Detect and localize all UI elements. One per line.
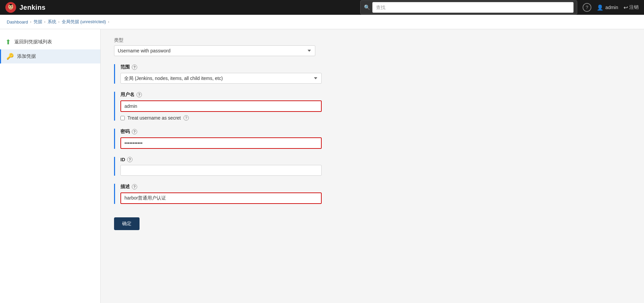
nav-right: 🔍 ? 👤 admin ↩ 注销 xyxy=(360,0,639,14)
up-arrow-icon: ⬆ xyxy=(5,38,11,46)
breadcrumb-item-dashboard[interactable]: Dashboard xyxy=(7,19,28,25)
treat-username-checkbox[interactable] xyxy=(120,116,125,120)
breadcrumb-item-global[interactable]: 全局凭据 (unrestricted) xyxy=(62,19,106,25)
sidebar-item-back[interactable]: ⬆ 返回到凭据域列表 xyxy=(0,35,100,49)
breadcrumb: Dashboard › 凭据 › 系统 › 全局凭据 (unrestricted… xyxy=(0,15,644,29)
search-icon: 🔍 xyxy=(364,4,370,10)
username-label: admin xyxy=(605,5,618,10)
logout-button[interactable]: ↩ 注销 xyxy=(624,4,639,11)
password-group: 密码 ? xyxy=(114,129,517,149)
question-icon: ? xyxy=(586,5,588,10)
username-group: 用户名 ? Treat username as secret ? xyxy=(114,92,517,121)
treat-username-help-icon[interactable]: ? xyxy=(183,115,189,121)
sidebar-item-add-credential[interactable]: 🔑 添加凭据 xyxy=(0,49,100,63)
username-input[interactable] xyxy=(120,100,322,112)
scope-select[interactable]: 全局 (Jenkins, nodes, items, all child ite… xyxy=(120,73,322,84)
user-icon: 👤 xyxy=(597,4,603,11)
top-navigation: Jenkins 🔍 ? 👤 admin ↩ 注销 xyxy=(0,0,644,15)
treat-username-label: Treat username as secret xyxy=(127,115,181,121)
id-group: ID ? xyxy=(114,157,517,176)
description-group: 描述 ? xyxy=(114,184,517,204)
sidebar-add-label: 添加凭据 xyxy=(17,53,36,59)
breadcrumb-item-credentials[interactable]: 凭据 xyxy=(34,19,42,25)
id-help-icon[interactable]: ? xyxy=(127,157,132,162)
app-title: Jenkins xyxy=(19,4,46,11)
user-menu[interactable]: 👤 admin xyxy=(597,4,618,11)
svg-point-2 xyxy=(9,6,10,7)
search-box[interactable]: 🔍 xyxy=(360,0,577,14)
logout-icon: ↩ xyxy=(624,4,628,11)
treat-username-row: Treat username as secret ? xyxy=(120,115,517,121)
username-label-row: 用户名 ? xyxy=(120,92,517,98)
id-label: ID xyxy=(120,157,125,162)
nav-left: Jenkins xyxy=(5,2,46,13)
description-help-icon[interactable]: ? xyxy=(132,184,137,189)
scope-label-row: 范围 ? xyxy=(120,64,517,70)
logout-label: 注销 xyxy=(629,4,639,10)
id-input[interactable] xyxy=(120,165,322,176)
username-label: 用户名 xyxy=(120,92,135,98)
type-group: 类型 Username with password SSH Username w… xyxy=(114,37,517,56)
main-content: 类型 Username with password SSH Username w… xyxy=(101,29,644,303)
svg-point-3 xyxy=(11,6,12,7)
breadcrumb-sep-1: › xyxy=(30,19,32,24)
form-container: 类型 Username with password SSH Username w… xyxy=(114,37,517,230)
password-label-row: 密码 ? xyxy=(120,129,517,135)
password-label: 密码 xyxy=(120,129,130,135)
scope-help-icon[interactable]: ? xyxy=(132,64,137,70)
description-label: 描述 xyxy=(120,184,130,190)
sidebar: ⬆ 返回到凭据域列表 🔑 添加凭据 xyxy=(0,29,101,303)
breadcrumb-sep-2: › xyxy=(44,19,46,24)
scope-group: 范围 ? 全局 (Jenkins, nodes, items, all chil… xyxy=(114,64,517,84)
main-layout: ⬆ 返回到凭据域列表 🔑 添加凭据 类型 Username with passw… xyxy=(0,29,644,303)
key-icon: 🔑 xyxy=(6,53,14,60)
username-help-icon[interactable]: ? xyxy=(137,92,142,97)
type-select[interactable]: Username with password SSH Username with… xyxy=(114,45,315,56)
jenkins-logo xyxy=(5,2,16,13)
id-label-row: ID ? xyxy=(120,157,517,162)
breadcrumb-sep-4: › xyxy=(108,19,109,24)
scope-label: 范围 xyxy=(120,64,130,70)
help-circle-button[interactable]: ? xyxy=(583,3,591,12)
search-input[interactable] xyxy=(372,2,574,13)
breadcrumb-item-system[interactable]: 系统 xyxy=(48,19,56,25)
submit-row: 确定 xyxy=(114,212,517,230)
submit-button[interactable]: 确定 xyxy=(114,217,140,230)
breadcrumb-sep-3: › xyxy=(58,19,60,24)
password-input[interactable] xyxy=(120,137,322,149)
description-input[interactable] xyxy=(120,192,322,204)
type-label: 类型 xyxy=(114,37,517,43)
password-help-icon[interactable]: ? xyxy=(132,129,137,134)
svg-rect-4 xyxy=(9,4,12,5)
description-label-row: 描述 ? xyxy=(120,184,517,190)
sidebar-back-label: 返回到凭据域列表 xyxy=(14,39,52,45)
